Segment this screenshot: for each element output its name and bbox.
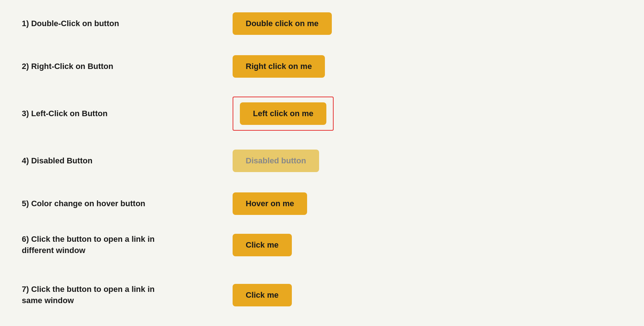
open-new-window-button[interactable]: Click me [233, 234, 292, 256]
row-open-link-new-window: 6) Click the button to open a link in di… [22, 234, 622, 266]
row-1-label: 1) Double-Click on button [22, 18, 211, 29]
row-double-click: 1) Double-Click on button Double click o… [22, 11, 622, 36]
row-1-btn-area: Double click on me [233, 12, 332, 35]
row-2-label: 2) Right-Click on Button [22, 61, 211, 72]
row-6-label: 6) Click the button to open a link in di… [22, 234, 211, 256]
row-2-btn-area: Right click on me [233, 55, 325, 78]
row-disabled: 4) Disabled Button Disabled button [22, 148, 622, 174]
row-open-link-same-window: 7) Click the button to open a link in sa… [22, 284, 622, 317]
row-left-click: 3) Left-Click on Button Left click on me [22, 97, 622, 131]
row-3-btn-area: Left click on me [233, 97, 334, 131]
row-hover: 5) Color change on hover button Hover on… [22, 191, 622, 216]
row-6-btn-area: Click me [233, 234, 292, 256]
highlight-box: Left click on me [233, 97, 334, 131]
row-4-label: 4) Disabled Button [22, 155, 211, 167]
row-7-btn-area: Click me [233, 284, 292, 306]
open-same-window-button[interactable]: Click me [233, 284, 292, 306]
left-click-button[interactable]: Left click on me [240, 102, 326, 125]
hover-button[interactable]: Hover on me [233, 192, 307, 215]
row-right-click: 2) Right-Click on Button Right click on … [22, 54, 622, 79]
row-7-label: 7) Click the button to open a link in sa… [22, 284, 211, 306]
disabled-button: Disabled button [233, 150, 319, 172]
row-5-label: 5) Color change on hover button [22, 198, 211, 209]
right-click-button[interactable]: Right click on me [233, 55, 325, 78]
row-3-label: 3) Left-Click on Button [22, 108, 211, 119]
row-4-btn-area: Disabled button [233, 150, 319, 172]
double-click-button[interactable]: Double click on me [233, 12, 332, 35]
row-5-btn-area: Hover on me [233, 192, 307, 215]
